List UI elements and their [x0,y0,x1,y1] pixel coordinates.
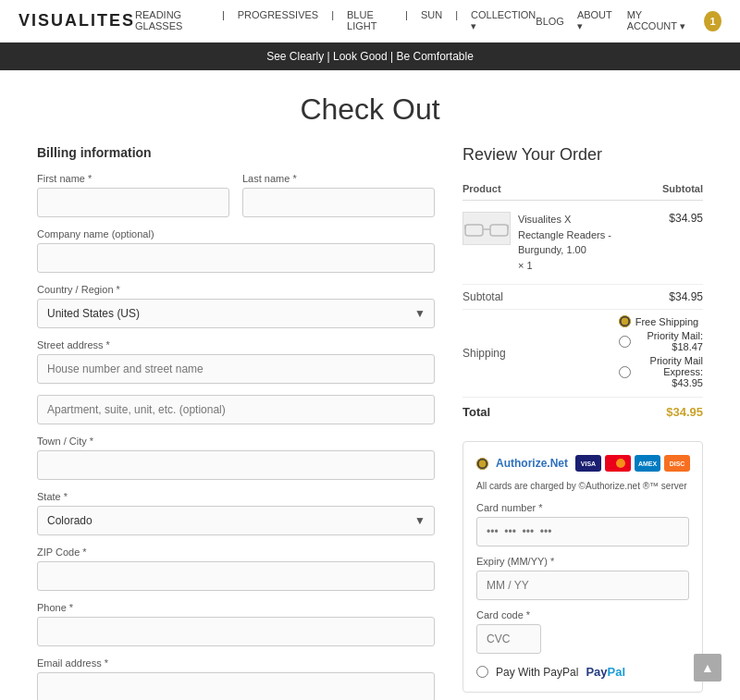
billing-section: Billing information First name * Last na… [37,145,435,700]
free-shipping-option: Free Shipping [619,315,703,327]
glasses-svg [464,215,509,241]
paypal-option: Pay With PayPal PayPal [476,665,689,679]
nav-progressives[interactable]: PROGRESSIVES [238,9,318,32]
expiry-input[interactable] [476,571,689,600]
free-shipping-label: Free Shipping [635,316,699,327]
col-subtotal: Subtotal [619,178,703,201]
authorize-logo: Authorize.Net [496,457,568,470]
first-name-input[interactable] [37,188,229,217]
shipping-label: Shipping [462,310,619,398]
company-group: Company name (optional) [37,228,435,273]
street-group: Street address * [37,339,435,384]
state-group: State * Colorado ▼ [37,491,435,535]
city-input[interactable] [37,450,435,480]
nav-reading-glasses[interactable]: READING GLASSES [135,9,209,32]
city-label: Town / City * [37,436,435,447]
nav-separator-3: | [405,9,408,32]
city-group: Town / City * [37,436,435,480]
svg-rect-0 [465,225,483,236]
street-label: Street address * [37,339,435,350]
country-select-wrapper: United States (US) ▼ [37,299,435,328]
phone-input[interactable] [37,617,435,646]
total-label: Total [462,398,619,427]
cvc-label: Card code * [476,609,689,620]
zip-group: ZIP Code * [37,546,435,591]
zip-input[interactable] [37,561,435,591]
billing-title: Billing information [37,145,435,160]
nav-about[interactable]: ABOUT ▾ [577,9,614,32]
nav-separator-4: | [455,9,458,32]
product-qty: × 1 [518,258,619,274]
express-shipping-label: Priority Mail Express: $43.95 [635,355,703,388]
paypal-label: Pay With PayPal [496,666,578,679]
country-group: Country / Region * United States (US) ▼ [37,284,435,328]
authorize-radio[interactable] [476,458,488,470]
card-number-field: Card number * [476,502,689,546]
scroll-to-top-button[interactable]: ▲ [694,654,722,682]
country-label: Country / Region * [37,284,435,295]
apt-group [37,395,435,424]
priority-shipping-option: Priority Mail: $18.47 [619,330,703,352]
total-row: Total $34.95 [462,398,703,427]
main-content: Billing information First name * Last na… [0,145,740,700]
express-shipping-radio[interactable] [619,366,631,378]
cvc-input[interactable] [476,624,541,654]
product-price: $34.95 [619,201,703,285]
nav-separator-2: | [331,9,334,32]
nav-blog[interactable]: BLOG [536,16,564,27]
auth-notice: All cards are charged by ©Authorize.net … [476,479,689,493]
product-image [462,212,511,245]
subtotal-value: $34.95 [619,285,703,310]
total-value: $34.95 [619,398,703,427]
subtotal-label: Subtotal [462,285,619,310]
country-select[interactable]: United States (US) [37,299,435,328]
email-group: Email address * [37,657,435,700]
email-input[interactable] [37,672,435,700]
subtotal-row: Subtotal $34.95 [462,285,703,310]
product-name: Visualites X Rectangle Readers - Burgund… [518,212,619,258]
product-row: Visualites X Rectangle Readers - Burgund… [462,201,703,285]
shipping-options: Free Shipping Priority Mail: $18.47 Prio… [619,310,703,398]
promo-banner: See Clearly | Look Good | Be Comfortable [0,43,740,70]
cart-icon[interactable]: 1 [704,11,722,31]
nav-right: BLOG ABOUT ▾ MY ACCOUNT ▾ 1 [536,9,722,32]
nav-my-account[interactable]: MY ACCOUNT ▾ [627,9,692,32]
order-table: Product Subtotal [462,178,703,426]
priority-shipping-label: Priority Mail: $18.47 [635,330,703,352]
payment-section: Authorize.Net VISA AMEX DISC All cards a… [462,441,703,693]
paypal-logo: PayPal [586,665,625,679]
product-info: Visualites X Rectangle Readers - Burgund… [511,212,619,273]
phone-label: Phone * [37,602,435,613]
apt-input[interactable] [37,395,435,424]
card-number-label: Card number * [476,502,689,513]
name-row: First name * Last name * [37,173,435,217]
review-title: Review Your Order [462,145,703,165]
order-section: Review Your Order Product Subtotal [462,145,703,700]
state-select-wrapper: Colorado ▼ [37,506,435,535]
priority-shipping-radio[interactable] [619,336,631,348]
paypal-radio[interactable] [476,666,488,678]
amex-icon: AMEX [635,455,660,472]
nav-blue-light[interactable]: BLUE LIGHT [347,9,392,32]
free-shipping-radio[interactable] [619,315,631,327]
company-input[interactable] [37,243,435,273]
shipping-row: Shipping Free Shipping Priority Mail: $1… [462,310,703,398]
authorize-header: Authorize.Net VISA AMEX DISC [476,455,689,472]
street-input[interactable] [37,354,435,384]
zip-label: ZIP Code * [37,546,435,558]
state-select[interactable]: Colorado [37,506,435,535]
state-label: State * [37,491,435,502]
expiry-label: Expiry (MM/YY) * [476,556,689,567]
last-name-label: Last name * [242,173,435,184]
page-title: Check Out [0,70,740,145]
last-name-group: Last name * [242,173,435,217]
shipping-options-list: Free Shipping Priority Mail: $18.47 Prio… [619,315,703,388]
nav-links: READING GLASSES | PROGRESSIVES | BLUE LI… [135,9,536,32]
top-nav: VISUALITES READING GLASSES | PROGRESSIVE… [0,0,740,43]
nav-sun[interactable]: SUN [421,9,442,32]
svg-rect-1 [490,225,508,236]
last-name-input[interactable] [242,188,435,217]
nav-collection[interactable]: COLLECTION ▾ [471,9,536,32]
company-label: Company name (optional) [37,228,435,239]
card-number-input[interactable] [476,517,689,546]
